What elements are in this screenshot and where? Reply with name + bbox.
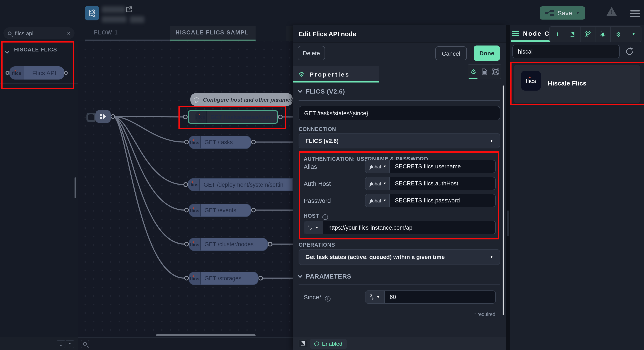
flics-badge: flics: [189, 272, 200, 285]
auth-host-type-select[interactable]: global▼: [366, 177, 390, 190]
node-get-tasks-states[interactable]: flics GET /tasks/states/{since}: [188, 110, 278, 124]
node-get-tasks[interactable]: flics GET /tasks: [189, 136, 251, 149]
delete-button[interactable]: Delete: [298, 46, 325, 60]
tab-hiscale-flics-sample[interactable]: HISCALE FLICS SAMPL: [170, 26, 256, 41]
info-icon[interactable]: i: [325, 296, 330, 302]
since-label: Since* i: [304, 294, 330, 302]
node-label: GET /deployment/system/settin: [200, 181, 292, 188]
alias-field[interactable]: global▼: [365, 160, 496, 173]
alias-input[interactable]: [390, 163, 495, 170]
flow-icon[interactable]: [85, 6, 99, 20]
git-button[interactable]: [580, 27, 596, 42]
inject-node-button[interactable]: [86, 113, 96, 122]
node-get-storages[interactable]: flics GET /storages: [189, 272, 258, 285]
view-appearance-button[interactable]: [490, 65, 501, 79]
palette-group-header[interactable]: HISCALE FLICS: [14, 47, 57, 53]
node-get-deployment-settings[interactable]: flics GET /deployment/system/settin: [188, 178, 292, 191]
save-dropdown-caret[interactable]: ▼: [576, 11, 580, 15]
chevron-down-icon: ▼: [490, 255, 493, 259]
password-field[interactable]: global▼: [365, 194, 496, 207]
node-get-cluster-nodes[interactable]: flics GET /cluster/nodes: [189, 238, 268, 251]
edit-panel-title: Edit Flics API node: [298, 30, 356, 37]
node-label: GET /events: [200, 207, 251, 213]
password-input[interactable]: [390, 197, 495, 204]
operations-select[interactable]: Get task states (active, queued) within …: [298, 249, 500, 265]
catalog-search-field[interactable]: [512, 45, 620, 58]
save-label: Save: [558, 9, 572, 16]
canvas-h-scrollbar[interactable]: [156, 334, 256, 336]
debug-button[interactable]: [596, 27, 611, 42]
node-name-field[interactable]: [298, 106, 500, 120]
resizer-thumb[interactable]: [507, 210, 509, 236]
palette-search-input[interactable]: [15, 30, 62, 36]
docs-button[interactable]: [565, 27, 580, 42]
chevron-down-icon: [298, 273, 302, 278]
external-link-icon[interactable]: [125, 5, 133, 13]
palette-node-label: Flics API: [24, 70, 64, 76]
warning-icon[interactable]: !: [606, 7, 617, 16]
palette-node-output-port[interactable]: [64, 71, 68, 75]
refresh-icon[interactable]: [625, 47, 634, 56]
flow-canvas[interactable]: Configure host and other paramete flics …: [78, 41, 292, 350]
docs-book-button[interactable]: [298, 339, 308, 348]
alias-type-select[interactable]: global▼: [366, 160, 390, 173]
palette-scrollbar[interactable]: [74, 177, 76, 198]
editor-scrollbar[interactable]: [502, 85, 504, 315]
tab-flow-1[interactable]: FLOW 1: [85, 26, 170, 41]
settings-button[interactable]: ⚙: [611, 27, 626, 42]
catalog-result-hiscale-flics[interactable]: flics Hiscale Flics: [514, 65, 640, 103]
password-type-select[interactable]: global▼: [366, 194, 390, 207]
tab-properties[interactable]: ⚙ Properties: [292, 66, 379, 82]
more-dropdown-button[interactable]: ▼: [626, 27, 641, 42]
comment-label: Configure host and other paramete: [203, 96, 292, 103]
palette-node-input-port[interactable]: [6, 71, 9, 75]
node-label: GET /tasks/states/{since}: [206, 114, 271, 120]
cancel-button[interactable]: Cancel: [435, 46, 467, 60]
node-name-input[interactable]: [299, 110, 500, 116]
since-field[interactable]: 09 ▼: [365, 291, 496, 304]
comment-node[interactable]: Configure host and other paramete: [190, 93, 292, 106]
connection-select[interactable]: FLICS (v2.6)▼: [298, 133, 500, 149]
save-button[interactable]: Save ▼: [540, 6, 585, 19]
book-icon: [300, 341, 306, 347]
inject-node[interactable]: [96, 110, 111, 123]
view-properties-button[interactable]: ⚙: [468, 65, 479, 79]
enabled-toggle[interactable]: Enabled: [310, 339, 346, 349]
panel-resizer[interactable]: [506, 25, 510, 350]
canvas-footer: [78, 337, 292, 350]
auth-host-field[interactable]: global▼: [365, 177, 496, 190]
info-button[interactable]: i: [550, 27, 565, 42]
canvas-zoom-search-button[interactable]: [81, 340, 89, 348]
workspace-subtitle-redacted-2: [130, 16, 144, 23]
palette-divider: [0, 83, 78, 84]
catalog-toolbar: i ⚙ ▼: [550, 26, 642, 42]
connection-label: CONNECTION: [298, 126, 336, 132]
collapse-all-button[interactable]: ⌃⌃: [57, 340, 65, 348]
palette-node-flics-api[interactable]: flics Flics API: [9, 66, 64, 80]
editor-footer: Enabled: [292, 337, 506, 350]
catalog-search-input[interactable]: [513, 48, 619, 55]
workspace-subtitle-redacted: [102, 16, 126, 22]
palette-search[interactable]: ×: [4, 27, 74, 39]
clear-search-icon[interactable]: ×: [67, 30, 70, 36]
auth-host-input[interactable]: [390, 180, 495, 187]
menu-icon[interactable]: [630, 8, 640, 18]
list-icon: [512, 30, 519, 37]
section-flics[interactable]: FLICS (V2.6): [298, 88, 345, 95]
host-input[interactable]: [323, 224, 495, 231]
tab-partial-sliver[interactable]: [286, 26, 292, 41]
flics-badge: flics: [189, 238, 200, 250]
since-type-select[interactable]: 09 ▼: [366, 291, 384, 303]
editor-view-switcher: ⚙: [468, 64, 501, 79]
done-button[interactable]: Done: [474, 45, 500, 61]
host-type-select[interactable]: az ▼: [304, 221, 323, 234]
chevron-down-icon: ▼: [490, 139, 493, 143]
node-get-events[interactable]: flics GET /events: [189, 204, 251, 217]
since-input[interactable]: [384, 294, 495, 300]
info-icon[interactable]: i: [322, 214, 328, 220]
view-description-button[interactable]: [479, 65, 490, 79]
host-field[interactable]: az ▼: [304, 221, 496, 234]
expand-all-button[interactable]: ⌄⌄: [66, 340, 74, 348]
group-collapse-chevron[interactable]: [6, 47, 8, 55]
section-parameters[interactable]: PARAMETERS: [298, 273, 352, 280]
